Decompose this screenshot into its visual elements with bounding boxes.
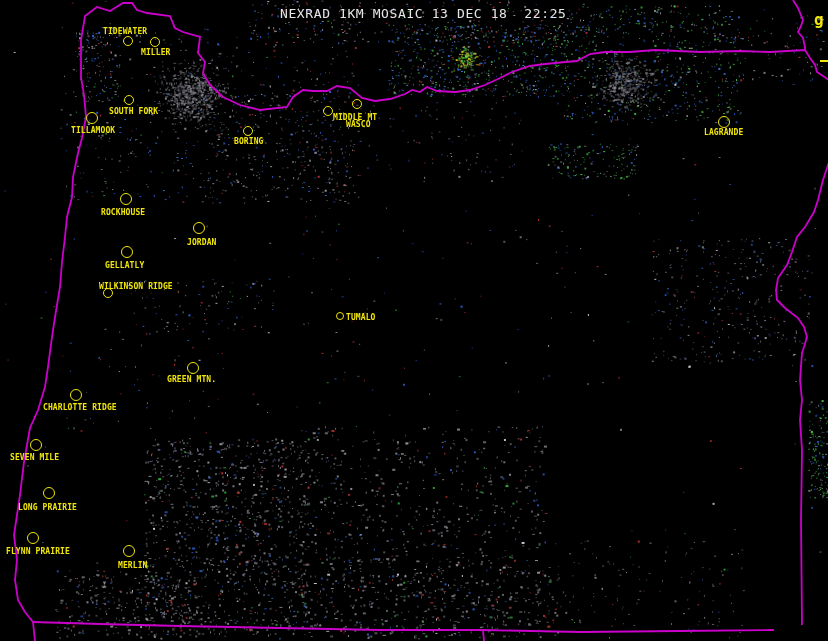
edge-cutoff-label-fragment: g — [814, 10, 824, 29]
station-marker-circle — [123, 36, 133, 46]
station-label: LONG PRAIRIE — [18, 503, 77, 512]
station-label: FLYNN PRAIRIE — [6, 547, 70, 556]
station-label: MERLIN — [118, 561, 148, 570]
station-label: TILLAMOOK — [71, 126, 115, 135]
station-label: BORING — [234, 137, 264, 146]
station-label: LAGRANDE — [704, 128, 743, 137]
station-marker-circle — [193, 222, 205, 234]
station-marker-circle — [323, 106, 333, 116]
station-label: GELLATLY — [105, 261, 144, 270]
station-marker-circle — [336, 312, 344, 320]
ca-nv-border — [483, 630, 484, 641]
station-marker-circle — [27, 532, 39, 544]
station-marker-circle — [123, 545, 135, 557]
station-label: WILKINSON RIDGE — [99, 282, 173, 291]
station-label: JORDAN — [187, 238, 217, 247]
map-title: NEXRAD 1KM MOSAIC 13 DEC 18 22:25 — [280, 6, 567, 21]
station-label: TUMALO — [346, 313, 376, 322]
station-marker-circle — [70, 389, 82, 401]
station-marker-circle — [120, 193, 132, 205]
station-label: GREEN MTN. — [167, 375, 216, 384]
coast-columbia-border — [14, 3, 828, 641]
station-marker-circle — [718, 116, 730, 128]
station-marker-circle — [121, 246, 133, 258]
station-marker-circle — [86, 112, 98, 124]
station-label: CHARLOTTE RIDGE — [43, 403, 117, 412]
station-label: MILLER — [141, 48, 171, 57]
station-marker-circle — [43, 487, 55, 499]
station-label: ROCKHOUSE — [101, 208, 145, 217]
station-marker-circle — [352, 99, 362, 109]
edge-cutoff-bar-fragment — [820, 60, 828, 62]
station-marker-circle — [124, 95, 134, 105]
station-marker-circle — [187, 362, 199, 374]
station-marker-circle — [243, 126, 253, 136]
south-border — [33, 622, 774, 632]
station-label: TIDEWATER — [103, 27, 147, 36]
station-label: WASCO — [346, 120, 371, 129]
station-label: SEVEN MILE — [10, 453, 59, 462]
wa-id-border — [793, 0, 805, 50]
snake-river-border — [776, 162, 828, 625]
station-marker-circle — [150, 37, 160, 47]
station-marker-circle — [30, 439, 42, 451]
radar-mosaic-viewer: NEXRAD 1KM MOSAIC 13 DEC 18 22:25 TIDEWA… — [0, 0, 828, 641]
station-label: SOUTH FORK — [109, 107, 158, 116]
